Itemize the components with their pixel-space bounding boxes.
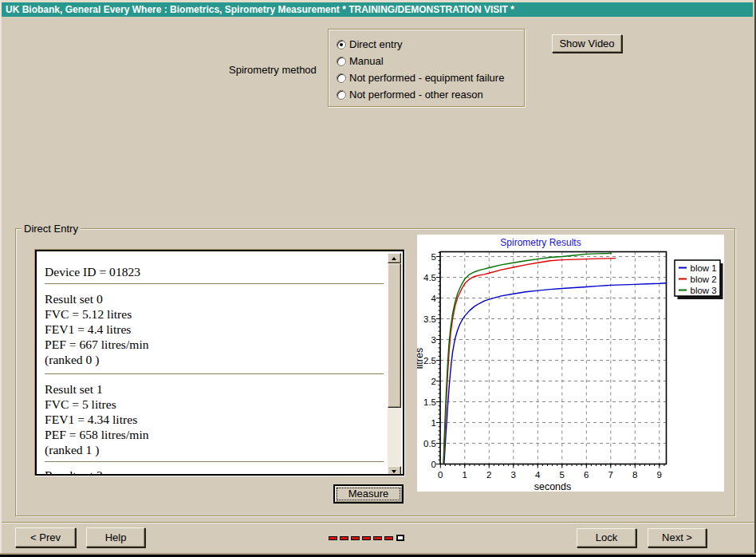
svg-text:Spirometry Results: Spirometry Results [500,237,581,248]
svg-text:9: 9 [657,470,662,480]
svg-text:blow 3: blow 3 [691,286,717,295]
svg-text:6: 6 [584,470,589,480]
svg-text:litres: litres [417,348,425,369]
svg-text:2.5: 2.5 [423,356,436,365]
svg-text:2: 2 [431,377,436,386]
svg-text:7: 7 [608,470,613,480]
svg-text:blow 1: blow 1 [691,263,717,273]
svg-text:0: 0 [438,470,443,480]
svg-text:5: 5 [431,252,436,262]
svg-text:1: 1 [463,470,467,480]
svg-text:0.5: 0.5 [423,439,436,448]
svg-text:1.5: 1.5 [423,397,436,407]
svg-text:0: 0 [431,460,436,469]
svg-text:seconds: seconds [534,481,572,492]
svg-text:4: 4 [535,470,541,480]
svg-text:blow 2: blow 2 [691,275,717,284]
svg-text:3: 3 [431,335,436,345]
svg-text:8: 8 [632,470,637,480]
svg-text:3: 3 [511,470,516,480]
svg-text:2: 2 [486,470,491,480]
svg-text:4: 4 [431,294,437,303]
svg-text:1: 1 [431,418,436,428]
svg-text:3.5: 3.5 [423,314,436,324]
svg-text:4.5: 4.5 [423,273,436,282]
svg-text:5: 5 [560,470,565,480]
